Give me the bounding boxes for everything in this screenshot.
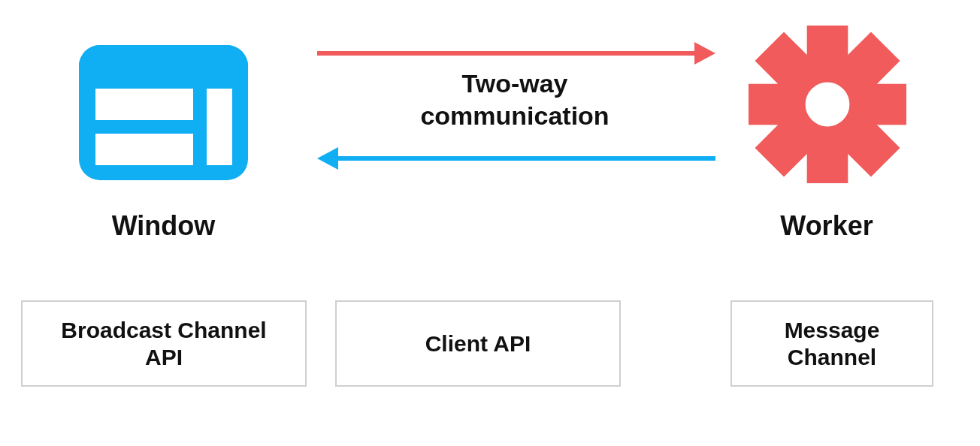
- window-icon-pane: [95, 134, 193, 165]
- arrow-shaft: [317, 51, 700, 56]
- center-text-line: communication: [420, 101, 609, 130]
- arrow-window-to-worker: [317, 42, 715, 65]
- api-box-line: Channel: [785, 344, 880, 371]
- window-icon-pane: [207, 89, 232, 165]
- window-icon-pane: [95, 89, 193, 120]
- api-box-message-channel: Message Channel: [730, 300, 933, 387]
- api-box-broadcast-channel: Broadcast Channel API: [21, 300, 307, 387]
- window-icon-titlebar: [79, 45, 248, 78]
- svg-point-9: [806, 83, 850, 127]
- api-box-line: Broadcast Channel: [61, 317, 266, 344]
- arrow-shaft: [332, 156, 715, 161]
- arrow-head-right-icon: [694, 42, 715, 65]
- window-label: Window: [79, 210, 248, 242]
- worker-gear-icon: [749, 26, 906, 183]
- api-box-line: API: [61, 344, 266, 371]
- worker-label: Worker: [737, 210, 917, 242]
- two-way-communication-label: Two-way communication: [316, 68, 714, 131]
- arrow-worker-to-window: [317, 147, 715, 170]
- api-box-client-api: Client API: [335, 300, 621, 387]
- api-box-line: Client API: [425, 330, 531, 357]
- diagram-canvas: Window Worker: [0, 0, 980, 446]
- api-box-line: Message: [785, 317, 880, 344]
- center-text-line: Two-way: [461, 69, 567, 98]
- window-icon: [79, 45, 248, 180]
